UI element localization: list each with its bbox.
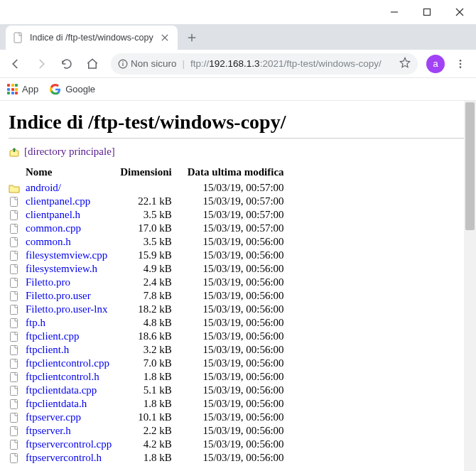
file-link[interactable]: clientpanel.h bbox=[26, 209, 80, 220]
svg-point-12 bbox=[460, 60, 462, 62]
page-favicon-icon bbox=[13, 32, 24, 43]
file-size: 18.6 kB bbox=[117, 330, 180, 343]
svg-rect-31 bbox=[11, 400, 18, 409]
menu-button[interactable] bbox=[449, 53, 472, 75]
file-link[interactable]: ftpservercontrol.cpp bbox=[26, 438, 112, 450]
file-link[interactable]: filesystemview.h bbox=[26, 263, 97, 274]
tab-title: Indice di /ftp-test/windows-copy bbox=[30, 33, 153, 43]
file-link[interactable]: ftpclientcontrol.cpp bbox=[26, 357, 109, 369]
site-security-indicator[interactable]: Non sicuro bbox=[118, 58, 177, 69]
tab-close-button[interactable] bbox=[159, 32, 171, 43]
file-size: 4.2 kB bbox=[117, 438, 180, 451]
file-link[interactable]: ftpservercontrol.h bbox=[26, 452, 102, 463]
svg-point-14 bbox=[460, 66, 462, 68]
parent-directory-link[interactable]: [directory principale] bbox=[24, 146, 115, 158]
file-link[interactable]: ftpclientdata.h bbox=[26, 398, 87, 409]
profile-avatar-button[interactable]: a bbox=[426, 55, 445, 73]
apps-shortcut[interactable]: App bbox=[7, 84, 38, 94]
svg-rect-16 bbox=[11, 197, 18, 207]
file-icon bbox=[9, 249, 23, 262]
svg-rect-29 bbox=[11, 373, 18, 382]
file-icon bbox=[9, 262, 23, 276]
file-icon bbox=[9, 222, 23, 235]
file-date: 15/03/19, 00:57:00 bbox=[180, 181, 290, 195]
svg-rect-20 bbox=[11, 251, 18, 261]
file-link[interactable]: Filetto.pro.user-lnx bbox=[26, 303, 108, 315]
file-link[interactable]: filesystemview.cpp bbox=[26, 249, 107, 261]
file-link[interactable]: ftpserver.h bbox=[26, 425, 71, 436]
table-row: Filetto.pro2.4 kB15/03/19, 00:56:00 bbox=[9, 276, 290, 289]
directory-listing-page: Indice di /ftp-test/windows-copy/ [direc… bbox=[0, 101, 476, 471]
file-date: 15/03/19, 00:56:00 bbox=[180, 451, 290, 465]
file-size: 22.1 kB bbox=[117, 195, 180, 208]
file-size: 4.9 kB bbox=[117, 262, 180, 276]
window-maximize-button[interactable] bbox=[411, 0, 443, 24]
new-tab-button[interactable] bbox=[182, 28, 202, 48]
file-link[interactable]: ftp.h bbox=[26, 317, 45, 328]
file-size: 17.0 kB bbox=[117, 222, 180, 235]
svg-rect-35 bbox=[11, 454, 18, 463]
table-row: ftpservercontrol.cpp4.2 kB15/03/19, 00:5… bbox=[9, 438, 290, 451]
file-date: 15/03/19, 00:57:00 bbox=[180, 195, 290, 208]
back-button[interactable] bbox=[4, 53, 27, 75]
address-bar[interactable]: Non sicuro | ftp://192.168.1.3:2021/ftp-… bbox=[111, 53, 418, 75]
table-row: filesystemview.h4.9 kB15/03/19, 00:56:00 bbox=[9, 262, 290, 276]
file-icon bbox=[9, 289, 23, 303]
file-link[interactable]: Filetto.pro.user bbox=[26, 290, 91, 301]
file-link[interactable]: ftpserver.cpp bbox=[26, 411, 81, 423]
svg-rect-33 bbox=[11, 427, 18, 436]
svg-rect-22 bbox=[11, 278, 18, 288]
browser-tab[interactable]: Indice di /ftp-test/windows-copy bbox=[6, 26, 178, 50]
file-size: 7.0 kB bbox=[117, 357, 180, 370]
svg-rect-28 bbox=[11, 359, 18, 369]
column-size: Dimensioni bbox=[117, 165, 180, 181]
file-icon bbox=[9, 235, 23, 249]
table-row: clientpanel.h3.5 kB15/03/19, 00:57:00 bbox=[9, 208, 290, 222]
file-date: 15/03/19, 00:56:00 bbox=[180, 276, 290, 289]
file-date: 15/03/19, 00:56:00 bbox=[180, 438, 290, 451]
file-size: 1.8 kB bbox=[117, 370, 180, 384]
file-size: 5.1 kB bbox=[117, 384, 180, 397]
vertical-scrollbar[interactable] bbox=[464, 101, 476, 471]
file-icon bbox=[9, 397, 23, 411]
table-row: ftpclient.h3.2 kB15/03/19, 00:56:00 bbox=[9, 343, 290, 357]
browser-toolbar: Non sicuro | ftp://192.168.1.3:2021/ftp-… bbox=[0, 50, 476, 78]
forward-button[interactable] bbox=[30, 53, 53, 75]
file-link[interactable]: Filetto.pro bbox=[26, 276, 70, 288]
parent-directory-row: [directory principale] bbox=[9, 146, 467, 158]
info-icon bbox=[118, 59, 128, 69]
home-button[interactable] bbox=[81, 53, 104, 75]
folder-icon bbox=[9, 181, 23, 195]
file-link[interactable]: clientpanel.cpp bbox=[26, 195, 90, 207]
file-icon bbox=[9, 438, 23, 451]
svg-point-13 bbox=[460, 63, 462, 65]
window-close-button[interactable] bbox=[443, 0, 476, 24]
file-link[interactable]: common.h bbox=[26, 236, 71, 247]
file-size: 3.5 kB bbox=[117, 208, 180, 222]
file-date: 15/03/19, 00:56:00 bbox=[180, 330, 290, 343]
file-size: 1.8 kB bbox=[117, 451, 180, 465]
file-date: 15/03/19, 00:56:00 bbox=[180, 249, 290, 262]
bookmark-star-button[interactable] bbox=[399, 57, 411, 70]
file-link[interactable]: ftpclient.cpp bbox=[26, 330, 79, 342]
file-size: 18.2 kB bbox=[117, 303, 180, 316]
file-size: 10.1 kB bbox=[117, 411, 180, 424]
file-link[interactable]: ftpclient.h bbox=[26, 344, 69, 355]
insecure-label: Non sicuro bbox=[131, 58, 177, 69]
svg-rect-25 bbox=[11, 319, 18, 328]
bookmarks-bar: App Google bbox=[0, 78, 476, 101]
file-link[interactable]: ftpclientcontrol.h bbox=[26, 371, 99, 382]
bookmark-google[interactable]: Google bbox=[50, 84, 95, 95]
file-link[interactable]: ftpclientdata.cpp bbox=[26, 384, 97, 396]
file-link[interactable]: common.cpp bbox=[26, 222, 81, 234]
file-icon bbox=[9, 411, 23, 424]
scrollbar-thumb[interactable] bbox=[465, 102, 475, 230]
file-icon bbox=[9, 316, 23, 330]
table-row: android/15/03/19, 00:57:00 bbox=[9, 181, 290, 195]
window-minimize-button[interactable] bbox=[378, 0, 411, 24]
table-row: ftpservercontrol.h1.8 kB15/03/19, 00:56:… bbox=[9, 451, 290, 465]
svg-rect-30 bbox=[11, 386, 18, 396]
file-link[interactable]: android/ bbox=[26, 182, 61, 193]
table-row: Filetto.pro.user-lnx18.2 kB15/03/19, 00:… bbox=[9, 303, 290, 316]
reload-button[interactable] bbox=[55, 53, 78, 75]
